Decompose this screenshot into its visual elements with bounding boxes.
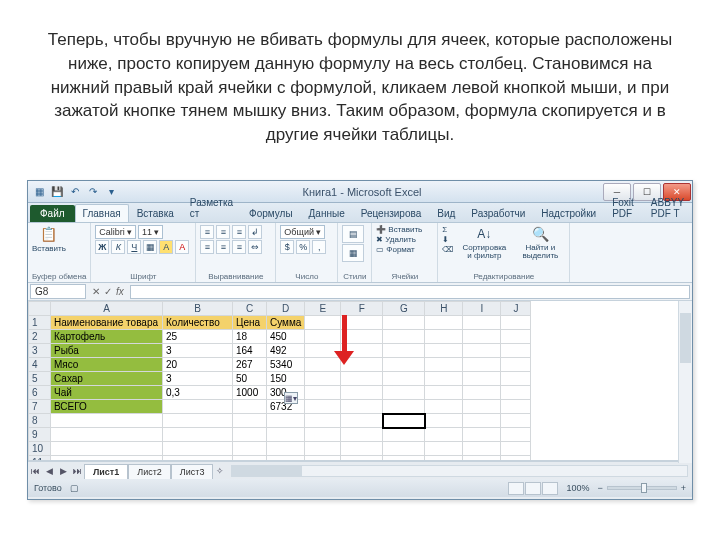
cell-A11[interactable] <box>51 456 163 462</box>
cell-H11[interactable] <box>425 456 463 462</box>
macro-record-icon[interactable]: ▢ <box>70 483 79 493</box>
cell-H2[interactable] <box>425 330 463 344</box>
tab-developer[interactable]: Разработчи <box>463 204 533 222</box>
cell-A10[interactable] <box>51 442 163 456</box>
condformat-icon[interactable]: ▤ <box>342 225 364 243</box>
cell-F7[interactable] <box>341 400 383 414</box>
align-center-icon[interactable]: ≡ <box>216 240 230 254</box>
merge-icon[interactable]: ⇔ <box>248 240 262 254</box>
cell-I5[interactable] <box>463 372 501 386</box>
currency-icon[interactable]: $ <box>280 240 294 254</box>
comma-icon[interactable]: , <box>312 240 326 254</box>
autofill-options-icon[interactable]: ▦▾ <box>284 392 298 404</box>
cell-G8[interactable] <box>383 414 425 428</box>
cell-B7[interactable] <box>163 400 233 414</box>
cell-F6[interactable] <box>341 386 383 400</box>
cell-J1[interactable] <box>501 316 531 330</box>
cell-H4[interactable] <box>425 358 463 372</box>
cell-E10[interactable] <box>305 442 341 456</box>
cell-E7[interactable] <box>305 400 341 414</box>
cell-H6[interactable] <box>425 386 463 400</box>
cell-A2[interactable]: Картофель <box>51 330 163 344</box>
bold-button[interactable]: Ж <box>95 240 109 254</box>
row-header-3[interactable]: 3 <box>29 344 51 358</box>
cell-A7[interactable]: ВСЕГО <box>51 400 163 414</box>
cell-B8[interactable] <box>163 414 233 428</box>
view-layout-button[interactable] <box>525 482 541 495</box>
tab-data[interactable]: Данные <box>301 204 353 222</box>
cell-I3[interactable] <box>463 344 501 358</box>
cell-J4[interactable] <box>501 358 531 372</box>
cell-E8[interactable] <box>305 414 341 428</box>
select-all[interactable] <box>29 302 51 316</box>
cell-E5[interactable] <box>305 372 341 386</box>
cell-J10[interactable] <box>501 442 531 456</box>
cell-B1[interactable]: Количество <box>163 316 233 330</box>
cell-D9[interactable] <box>267 428 305 442</box>
align-top-icon[interactable]: ≡ <box>200 225 214 239</box>
cell-G1[interactable] <box>383 316 425 330</box>
sheet-tab-2[interactable]: Лист2 <box>128 464 171 479</box>
qat-more-icon[interactable]: ▾ <box>104 185 118 199</box>
col-header-E[interactable]: E <box>305 302 341 316</box>
fillcolor-button[interactable]: A <box>159 240 173 254</box>
cell-F5[interactable] <box>341 372 383 386</box>
formula-bar[interactable] <box>130 285 690 299</box>
row-header-7[interactable]: 7 <box>29 400 51 414</box>
align-bot-icon[interactable]: ≡ <box>232 225 246 239</box>
cell-D11[interactable] <box>267 456 305 462</box>
cell-H7[interactable] <box>425 400 463 414</box>
cell-H8[interactable] <box>425 414 463 428</box>
cell-B3[interactable]: 3 <box>163 344 233 358</box>
sheet-nav-next[interactable]: ▶ <box>56 466 70 476</box>
cell-C5[interactable]: 50 <box>233 372 267 386</box>
cell-D10[interactable] <box>267 442 305 456</box>
tab-insert[interactable]: Вставка <box>129 204 182 222</box>
zoom-out-button[interactable]: − <box>597 483 602 493</box>
cell-A9[interactable] <box>51 428 163 442</box>
percent-icon[interactable]: % <box>296 240 310 254</box>
col-header-G[interactable]: G <box>383 302 425 316</box>
tab-home[interactable]: Главная <box>75 204 129 222</box>
cell-C9[interactable] <box>233 428 267 442</box>
cell-G4[interactable] <box>383 358 425 372</box>
cell-A6[interactable]: Чай <box>51 386 163 400</box>
fontcolor-button[interactable]: A <box>175 240 189 254</box>
row-header-4[interactable]: 4 <box>29 358 51 372</box>
cell-B2[interactable]: 25 <box>163 330 233 344</box>
fill-button[interactable]: ⬇ <box>442 235 453 244</box>
insert-button[interactable]: ➕Вставить <box>376 225 422 234</box>
cell-E6[interactable] <box>305 386 341 400</box>
tab-formulas[interactable]: Формулы <box>241 204 301 222</box>
cell-I10[interactable] <box>463 442 501 456</box>
horizontal-scrollbar[interactable] <box>231 465 688 477</box>
col-header-A[interactable]: A <box>51 302 163 316</box>
autosum-button[interactable]: Σ <box>442 225 453 234</box>
cell-B9[interactable] <box>163 428 233 442</box>
cell-B10[interactable] <box>163 442 233 456</box>
cell-C1[interactable]: Цена <box>233 316 267 330</box>
cell-G9[interactable] <box>383 428 425 442</box>
cell-A8[interactable] <box>51 414 163 428</box>
find-button[interactable]: 🔍Найти и выделить <box>515 225 565 260</box>
cell-C2[interactable]: 18 <box>233 330 267 344</box>
col-header-B[interactable]: B <box>163 302 233 316</box>
tab-abbyy[interactable]: ABBYY PDF T <box>643 193 692 222</box>
paste-button[interactable]: 📋 Вставить <box>32 225 66 253</box>
cell-F9[interactable] <box>341 428 383 442</box>
col-header-J[interactable]: J <box>501 302 531 316</box>
cell-C6[interactable]: 1000 <box>233 386 267 400</box>
cell-C11[interactable] <box>233 456 267 462</box>
row-header-5[interactable]: 5 <box>29 372 51 386</box>
align-mid-icon[interactable]: ≡ <box>216 225 230 239</box>
col-header-I[interactable]: I <box>463 302 501 316</box>
cell-C7[interactable] <box>233 400 267 414</box>
name-box[interactable]: G8 <box>30 284 86 299</box>
cell-J11[interactable] <box>501 456 531 462</box>
cell-E11[interactable] <box>305 456 341 462</box>
cell-H5[interactable] <box>425 372 463 386</box>
cell-J3[interactable] <box>501 344 531 358</box>
tab-pagelayout[interactable]: Разметка ст <box>182 193 241 222</box>
cell-D8[interactable] <box>267 414 305 428</box>
cell-G10[interactable] <box>383 442 425 456</box>
